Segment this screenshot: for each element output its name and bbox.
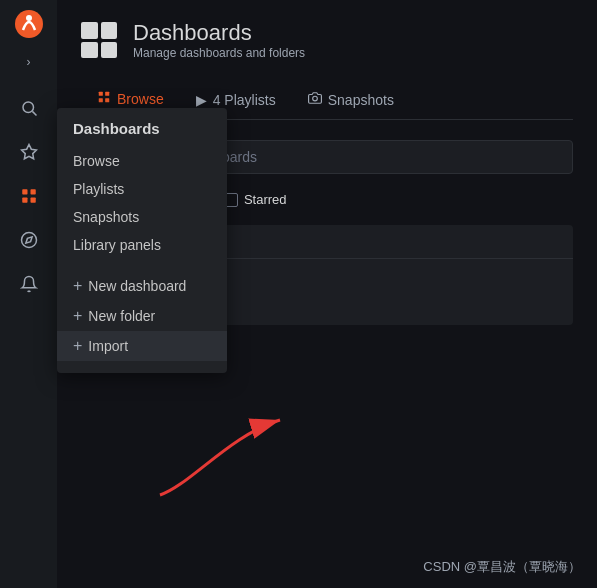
- explore-nav-icon[interactable]: [9, 220, 49, 260]
- dropdown-action-new-dashboard[interactable]: + New dashboard: [57, 271, 227, 301]
- dropdown-item-browse[interactable]: Browse: [57, 147, 227, 175]
- starred-nav-icon[interactable]: [9, 132, 49, 172]
- sidebar-toggle[interactable]: ›: [19, 52, 39, 72]
- svg-rect-14: [105, 98, 109, 102]
- snapshots-tab-icon: [308, 91, 322, 108]
- svg-rect-6: [30, 189, 35, 194]
- svg-rect-11: [99, 92, 103, 96]
- page-subtitle: Manage dashboards and folders: [133, 46, 305, 60]
- svg-rect-8: [30, 198, 35, 203]
- dashboards-nav-icon[interactable]: [9, 176, 49, 216]
- dropdown-item-snapshots[interactable]: Snapshots: [57, 203, 227, 231]
- search-nav-icon[interactable]: [9, 88, 49, 128]
- starred-label: Starred: [244, 192, 287, 207]
- dropdown-item-playlists[interactable]: Playlists: [57, 175, 227, 203]
- dropdown-item-library[interactable]: Library panels: [57, 231, 227, 259]
- tab-playlists-label: 4 Playlists: [213, 92, 276, 108]
- dropdown-divider: [57, 259, 227, 271]
- dashboards-dropdown-menu: Dashboards Browse Playlists Snapshots Li…: [57, 108, 227, 373]
- svg-rect-5: [22, 189, 27, 194]
- app-logo[interactable]: [13, 8, 45, 40]
- tab-snapshots-label: Snapshots: [328, 92, 394, 108]
- playlists-tab-icon: ▶: [196, 92, 207, 108]
- svg-point-15: [312, 96, 317, 101]
- dropdown-action-import[interactable]: + Import: [57, 331, 227, 361]
- tab-browse-label: Browse: [117, 91, 164, 107]
- plus-icon: +: [73, 307, 82, 325]
- svg-point-2: [23, 102, 34, 113]
- sidebar: ›: [0, 0, 57, 588]
- svg-point-1: [26, 15, 32, 21]
- browse-tab-icon: [97, 90, 111, 107]
- dashboards-header-icon: [81, 22, 117, 58]
- svg-rect-12: [105, 92, 109, 96]
- dropdown-title: Dashboards: [57, 120, 227, 147]
- svg-marker-4: [21, 145, 36, 159]
- svg-rect-7: [22, 198, 27, 203]
- svg-rect-13: [99, 98, 103, 102]
- plus-icon: +: [73, 277, 82, 295]
- watermark: CSDN @覃昌波（覃晓海）: [423, 558, 581, 576]
- svg-line-3: [32, 111, 36, 115]
- page-title: Dashboards: [133, 20, 305, 46]
- tab-snapshots[interactable]: Snapshots: [292, 80, 410, 119]
- starred-filter[interactable]: Starred: [224, 192, 287, 207]
- page-header: Dashboards Manage dashboards and folders: [81, 20, 573, 60]
- alerts-nav-icon[interactable]: [9, 264, 49, 304]
- svg-point-0: [15, 10, 43, 38]
- svg-marker-10: [25, 237, 31, 243]
- dropdown-action-new-folder[interactable]: + New folder: [57, 301, 227, 331]
- svg-point-9: [21, 233, 36, 248]
- plus-icon: +: [73, 337, 82, 355]
